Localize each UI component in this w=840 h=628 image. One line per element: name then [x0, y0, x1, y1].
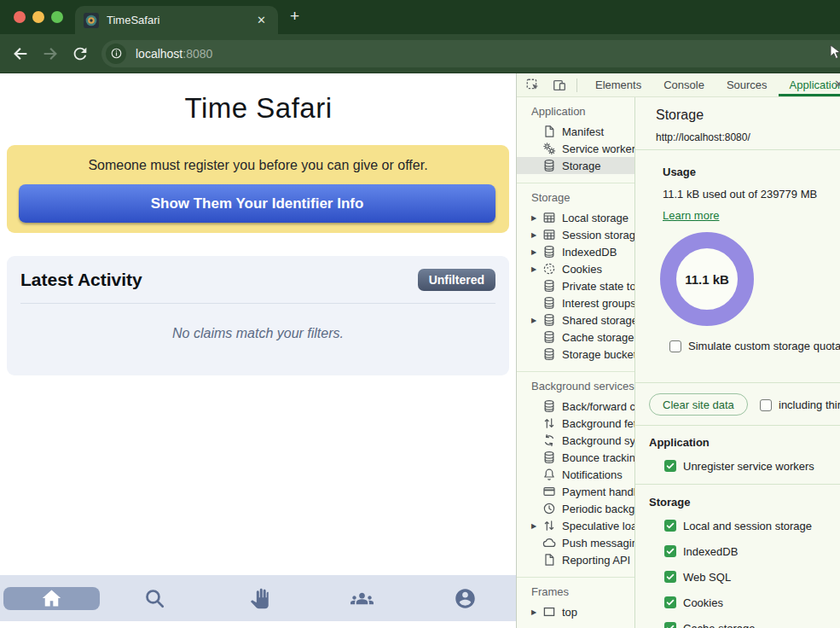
forward-icon[interactable]: [41, 44, 60, 63]
tree-item-top[interactable]: ▶top: [517, 603, 634, 620]
tree-item-private-state-tokens[interactable]: Private state tokens: [517, 277, 634, 294]
devtools-storage-pane: Storage http://localhost:8080/ Usage 11.…: [635, 97, 840, 628]
simulate-quota-row: Simulate custom storage quota: [669, 340, 840, 352]
donut-label: 11.1 kB: [685, 272, 729, 287]
tree-item-cookies[interactable]: ▶Cookies: [517, 260, 634, 277]
tree-item-cache-storage[interactable]: Cache storage: [517, 329, 634, 346]
tree-item-payment-handler[interactable]: Payment handler: [517, 483, 634, 500]
checkbox-unregister-service-workers[interactable]: [664, 460, 676, 472]
tree-item-label: Background fetch: [562, 417, 635, 430]
zoom-window-button[interactable]: [51, 11, 63, 23]
tree-item-label: Session storage: [562, 229, 635, 241]
third-party-cookies-row: including third-party cookies: [760, 398, 840, 411]
checkbox-label: Cache storage: [683, 622, 756, 628]
expand-arrow-icon[interactable]: ▶: [531, 317, 542, 324]
tree-item-label: Shared storage: [562, 314, 635, 327]
people-icon: [350, 587, 374, 610]
devtools-tab-elements[interactable]: Elements: [584, 73, 652, 96]
application-section-heading: Application: [649, 436, 710, 449]
tree-item-label: Interest groups: [562, 297, 635, 310]
unfiltered-button[interactable]: Unfiltered: [418, 269, 495, 291]
checkbox-label: Unregister service workers: [683, 460, 814, 473]
tree-item-push-messaging[interactable]: Push messaging: [517, 534, 634, 551]
checkbox-cookies[interactable]: [664, 596, 676, 608]
expand-arrow-icon[interactable]: ▶: [531, 214, 542, 222]
expand-arrow-icon[interactable]: ▶: [531, 522, 542, 530]
storage-section-heading: Storage: [649, 496, 690, 509]
nav-search-button[interactable]: [103, 575, 206, 621]
expand-arrow-icon[interactable]: ▶: [531, 265, 542, 273]
updown-icon: [542, 416, 556, 430]
close-window-button[interactable]: [14, 11, 26, 23]
checkbox-indexeddb[interactable]: [664, 545, 676, 557]
show-identifier-info-button[interactable]: Show Them Your Identifier Info: [19, 184, 495, 223]
browser-tab[interactable]: TimeSafari ✕: [75, 6, 278, 34]
tree-item-label: Private state tokens: [562, 280, 635, 293]
tree-item-manifest[interactable]: Manifest: [517, 123, 634, 140]
expand-arrow-icon[interactable]: ▶: [531, 608, 542, 616]
tab-title: TimeSafari: [107, 14, 253, 26]
tree-item-bounce-tracking-mitigations[interactable]: Bounce tracking mitigations: [517, 449, 634, 466]
tree-item-label: Speculative loads: [562, 520, 635, 532]
tree-item-label: Service workers: [562, 142, 635, 155]
tree-section-title: Background services: [517, 377, 634, 396]
inspect-element-icon[interactable]: [525, 78, 541, 93]
tree-item-service-workers[interactable]: Service workers: [517, 140, 634, 157]
tree-section-title: Frames: [517, 583, 634, 602]
hand-icon: [247, 587, 270, 610]
devtools-close-icon[interactable]: ✕: [834, 78, 840, 90]
learn-more-link[interactable]: Learn more: [663, 209, 719, 222]
check-row-indexeddb: IndexedDB: [664, 545, 812, 557]
expand-arrow-icon[interactable]: ▶: [531, 248, 542, 256]
file-icon: [542, 553, 556, 567]
tree-item-reporting-api[interactable]: Reporting API: [517, 551, 634, 568]
search-icon: [143, 587, 166, 610]
tree-item-background-fetch[interactable]: Background fetch: [517, 415, 634, 432]
nav-contacts-button[interactable]: [310, 575, 414, 621]
tree-item-label: top: [562, 606, 577, 619]
tree-item-session-storage[interactable]: ▶Session storage: [517, 226, 634, 243]
tree-section-background-services: Background servicesBack/forward cacheBac…: [517, 372, 634, 578]
tree-item-speculative-loads[interactable]: ▶Speculative loads: [517, 517, 634, 534]
simulate-quota-checkbox[interactable]: [669, 340, 681, 352]
devtools-tab-console[interactable]: Console: [652, 73, 715, 96]
checkbox-web-sql[interactable]: [664, 571, 676, 583]
checkbox-cache-storage[interactable]: [664, 622, 676, 628]
new-tab-button[interactable]: +: [290, 7, 299, 26]
back-icon[interactable]: [11, 44, 30, 63]
tree-item-storage[interactable]: Storage: [517, 157, 634, 174]
url-bar[interactable]: localhost:8080: [101, 40, 840, 67]
site-info-icon[interactable]: [106, 44, 126, 64]
tree-item-background-sync[interactable]: Background sync: [517, 432, 634, 449]
clear-site-data-button[interactable]: Clear site data: [649, 393, 748, 416]
nav-projects-button[interactable]: [206, 575, 310, 621]
tree-item-label: Storage buckets: [562, 348, 635, 361]
checkbox-label: Local and session storage: [683, 520, 812, 532]
expand-arrow-icon[interactable]: ▶: [531, 231, 542, 239]
devtools-sidebar-tree: ApplicationManifestService workersStorag…: [517, 97, 635, 628]
tree-item-local-storage[interactable]: ▶Local storage: [517, 209, 634, 226]
tree-section-title: Application: [517, 102, 634, 121]
tree-item-storage-buckets[interactable]: Storage buckets: [517, 346, 634, 363]
minimize-window-button[interactable]: [32, 11, 44, 23]
third-party-cookies-checkbox[interactable]: [760, 399, 772, 411]
tree-item-interest-groups[interactable]: Interest groups: [517, 294, 634, 311]
tree-item-indexeddb[interactable]: ▶IndexedDB: [517, 243, 634, 260]
tree-item-periodic-background-sync[interactable]: Periodic background sync: [517, 500, 634, 517]
tree-item-shared-storage[interactable]: ▶Shared storage: [517, 311, 634, 329]
tree-item-back-forward-cache[interactable]: Back/forward cache: [517, 398, 634, 415]
usage-heading: Usage: [663, 166, 696, 178]
devtools-tab-sources[interactable]: Sources: [715, 73, 779, 96]
device-toolbar-icon[interactable]: [552, 78, 567, 93]
reload-icon[interactable]: [71, 44, 90, 63]
latest-activity-card: Latest Activity Unfiltered No claims mat…: [7, 256, 509, 375]
tree-item-notifications[interactable]: Notifications: [517, 466, 634, 483]
frame-icon: [542, 605, 556, 619]
clock-icon: [542, 502, 556, 515]
checkbox-local-and-session-storage[interactable]: [664, 520, 676, 532]
nav-profile-button[interactable]: [414, 575, 517, 621]
devtools-tab-application[interactable]: Application: [779, 73, 840, 96]
tree-item-label: Notifications: [562, 468, 623, 481]
nav-home-button[interactable]: [3, 587, 100, 610]
tab-close-icon[interactable]: ✕: [253, 12, 269, 28]
